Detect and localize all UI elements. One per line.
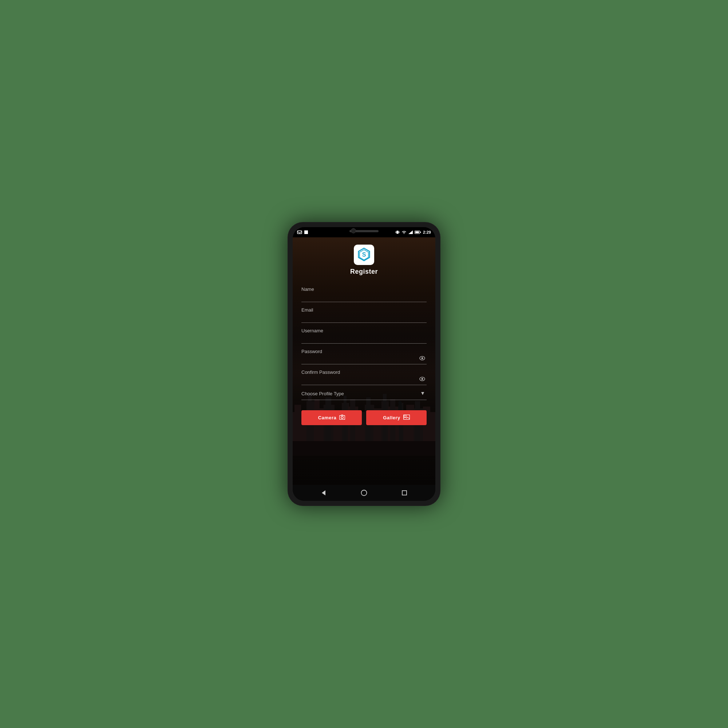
svg-point-53 [361, 490, 367, 496]
screen-content: S Register Name Email [293, 237, 435, 485]
page-title: Register [350, 268, 378, 275]
username-label: Username [301, 324, 427, 335]
square-icon [304, 230, 308, 234]
gallery-button[interactable]: Gallery [366, 410, 427, 425]
logo-area: S Register [293, 237, 435, 279]
time-display: 2:29 [423, 230, 431, 234]
password-label: Password [301, 345, 427, 356]
svg-rect-7 [415, 231, 419, 233]
svg-point-45 [422, 358, 423, 359]
name-field-group: Name [301, 283, 427, 302]
app-logo-icon: S [357, 248, 371, 262]
email-label: Email [301, 304, 427, 314]
name-input[interactable] [301, 294, 427, 302]
email-field-group: Email [301, 304, 427, 323]
gallery-button-label: Gallery [383, 415, 401, 421]
signal-icon [408, 230, 413, 234]
password-input[interactable] [301, 356, 427, 364]
confirm-password-field-group: Confirm Password [301, 366, 427, 385]
profile-type-label: Choose Profile Type [301, 391, 344, 396]
notification-icon [297, 230, 302, 234]
svg-rect-2 [396, 231, 398, 234]
android-nav-bar [293, 485, 435, 501]
camera-button[interactable]: Camera [301, 410, 362, 425]
back-button[interactable] [318, 487, 329, 499]
svg-point-49 [341, 416, 343, 419]
email-input[interactable] [301, 314, 427, 323]
dropdown-arrow-icon: ▼ [420, 390, 425, 396]
password-eye-icon[interactable] [419, 356, 425, 361]
camera-button-label: Camera [318, 415, 337, 421]
recents-button[interactable] [399, 487, 410, 499]
svg-rect-48 [340, 416, 345, 420]
status-icons-left [297, 230, 308, 234]
svg-marker-52 [322, 490, 326, 496]
content-area: S Register Name Email [293, 237, 435, 485]
svg-rect-3 [396, 231, 396, 233]
svg-text:S: S [362, 252, 366, 258]
registration-form: Name Email Username Pas [293, 279, 435, 407]
confirm-password-eye-icon[interactable] [419, 376, 425, 382]
status-bar: 2:29 [293, 227, 435, 237]
password-field-group: Password [301, 345, 427, 364]
confirm-password-label: Confirm Password [301, 366, 427, 376]
profile-type-dropdown[interactable]: Choose Profile Type ▼ [301, 387, 427, 400]
home-button[interactable] [358, 487, 370, 499]
gallery-icon [403, 414, 410, 421]
svg-rect-8 [420, 232, 421, 233]
username-field-group: Username [301, 324, 427, 344]
phone-device: 2:29 [288, 222, 440, 506]
vibrate-icon [395, 230, 400, 234]
svg-rect-1 [304, 230, 308, 234]
wifi-icon [401, 230, 407, 234]
status-icons-right: 2:29 [395, 230, 431, 234]
media-buttons-row: Camera Gallery [293, 410, 435, 425]
svg-point-47 [422, 378, 423, 380]
camera-icon [339, 414, 345, 421]
svg-rect-4 [399, 231, 399, 233]
battery-icon [414, 230, 421, 234]
username-input[interactable] [301, 335, 427, 344]
svg-rect-54 [402, 491, 407, 495]
confirm-password-input[interactable] [301, 376, 427, 385]
phone-screen: 2:29 [293, 227, 435, 501]
name-label: Name [301, 283, 427, 294]
svg-marker-5 [408, 230, 413, 234]
app-logo-box: S [354, 245, 374, 265]
